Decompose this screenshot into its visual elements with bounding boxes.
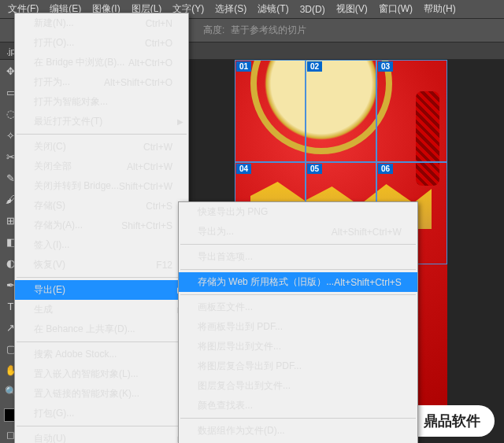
menu-item[interactable]: 打开为...Alt+Shift+Ctrl+O [15, 72, 188, 92]
menu-item-label: 存储为(A)... [34, 219, 83, 232]
slice-number: 03 [378, 61, 393, 72]
menu-item[interactable]: 置入嵌入的智能对象(L)... [15, 364, 188, 384]
menu-item: 在 Behance 上共享(D)... [15, 319, 188, 339]
submenu-arrow-icon: ▶ [177, 117, 183, 126]
menu-item-label: 签入(I)... [34, 238, 69, 252]
menu-item[interactable]: 最近打开文件(T)▶ [15, 112, 188, 131]
menu-item-label: 导出首选项... [198, 250, 253, 264]
menu-item[interactable]: 关闭(C)Ctrl+W [15, 137, 188, 157]
menu-item: 签入(I)... [15, 235, 188, 255]
menu-item-label: 图层复合导出到文件... [198, 379, 291, 393]
menu-shortcut: Ctrl+O [145, 38, 172, 49]
separator [17, 426, 187, 426]
menu-item-label: 打开为智能对象... [34, 95, 108, 109]
menu-shortcut: Ctrl+N [146, 18, 172, 29]
menu-item[interactable]: 3D(D) [300, 4, 325, 15]
menu-item[interactable]: 搜索 Adobe Stock... [15, 345, 188, 364]
menu-item[interactable]: 画板至文件... [179, 297, 417, 317]
menu-item-label: 存储(S) [34, 199, 65, 212]
separator [17, 134, 187, 135]
menu-item[interactable]: 将图层导出到文件... [179, 337, 417, 356]
menu-item[interactable]: 帮助(H) [424, 2, 456, 16]
menu-item[interactable]: 关闭并转到 Bridge...Shift+Ctrl+W [15, 176, 188, 196]
slice-number: 05 [307, 164, 322, 174]
menu-item[interactable]: 新建(N)...Ctrl+N [15, 13, 188, 33]
menu-shortcut: Ctrl+W [143, 142, 172, 153]
separator [180, 244, 416, 245]
menu-item-label: 新建(N)... [34, 17, 74, 30]
slice-box[interactable] [306, 60, 376, 162]
menu-item[interactable]: 将画板导出到 PDF... [179, 317, 417, 337]
menu-item-label: 自动(U) [34, 432, 66, 443]
menu-shortcut: Shift+Ctrl+W [119, 181, 172, 192]
menu-item[interactable]: 将图层复合导出到 PDF... [179, 356, 417, 376]
menu-item[interactable]: 打开(O)...Ctrl+O [15, 33, 188, 53]
menu-item[interactable]: 自动(U)▶ [15, 429, 188, 443]
menu-item[interactable]: 导出(E)▶ [15, 280, 188, 300]
menu-item[interactable]: 存储(S)Ctrl+S [15, 196, 188, 216]
separator [180, 294, 416, 295]
menu-item-label: 数据组作为文件(D)... [198, 424, 285, 437]
menu-item[interactable]: 存储为 Web 所用格式（旧版）...Alt+Shift+Ctrl+S [179, 272, 417, 292]
slice-box[interactable] [376, 60, 447, 162]
menu-shortcut: Alt+Ctrl+W [127, 161, 172, 172]
menu-item[interactable]: 滤镜(T) [258, 2, 288, 16]
slice-number: 04 [236, 164, 251, 174]
slice-number: 02 [307, 61, 322, 72]
menu-item[interactable]: 打开为智能对象... [15, 92, 188, 112]
watermark-text: 鼎品软件 [424, 412, 480, 430]
menu-item[interactable]: 窗口(W) [379, 2, 413, 16]
menu-item-label: 搜索 Adobe Stock... [34, 348, 117, 361]
menu-shortcut: F12 [156, 260, 172, 271]
separator [17, 341, 187, 342]
slice-label: 基于参考线的切片 [231, 24, 306, 37]
menu-shortcut: Alt+Ctrl+O [128, 57, 172, 68]
menu-item[interactable]: 生成▶ [15, 300, 188, 319]
menu-shortcut: Ctrl+S [146, 201, 172, 212]
menu-item-label: 生成 [34, 303, 53, 316]
menu-item-label: 在 Behance 上共享(D)... [34, 323, 135, 336]
menu-item-label: 导出(E) [34, 283, 65, 297]
menu-item[interactable]: 颜色查找表... [179, 396, 417, 415]
slice-number: 01 [236, 61, 251, 72]
menu-item-label: 颜色查找表... [198, 399, 253, 412]
menu-item-label: 最近打开文件(T) [34, 115, 102, 128]
menu-shortcut: Alt+Shift+Ctrl+O [104, 77, 172, 88]
menu-item-label: 将画板导出到 PDF... [198, 320, 283, 334]
menu-item-label: 将图层导出到文件... [198, 340, 281, 353]
slice-number: 06 [378, 164, 393, 174]
menu-item-label: 画板至文件... [198, 301, 253, 314]
export-submenu: 快速导出为 PNG导出为...Alt+Shift+Ctrl+W导出首选项...存… [178, 201, 418, 443]
menu-item-label: 快速导出为 PNG [198, 205, 268, 219]
menu-item[interactable]: 选择(S) [215, 2, 246, 16]
menu-item-label: 关闭并转到 Bridge... [34, 179, 119, 193]
separator [17, 277, 187, 278]
menu-item: 数据组作为文件(D)... [179, 421, 417, 441]
menu-shortcut: Alt+Shift+Ctrl+S [334, 277, 402, 288]
menu-item-label: 在 Bridge 中浏览(B)... [34, 56, 124, 69]
menu-item-label: 置入嵌入的智能对象(L)... [34, 367, 139, 381]
menu-item-label: 恢复(V) [34, 258, 65, 271]
menu-item[interactable]: 恢复(V)F12 [15, 255, 188, 275]
slice-box[interactable] [235, 60, 306, 162]
menu-item[interactable]: 快速导出为 PNG [179, 202, 417, 222]
menu-item-label: 关闭全部 [34, 160, 72, 173]
menu-item-label: 打包(G)... [34, 407, 74, 420]
menu-item[interactable]: 关闭全部Alt+Ctrl+W [15, 157, 188, 176]
menu-item[interactable]: 存储为(A)...Shift+Ctrl+S [15, 216, 188, 235]
menu-item[interactable]: 图层复合导出到文件... [179, 376, 417, 396]
menu-item-label: 置入链接的智能对象(K)... [34, 387, 139, 401]
menu-item-label: 将图层复合导出到 PDF... [198, 360, 302, 373]
menu-item[interactable]: 导出为...Alt+Shift+Ctrl+W [179, 222, 417, 242]
separator [180, 418, 416, 419]
separator [180, 269, 416, 270]
menu-item[interactable]: 在 Bridge 中浏览(B)...Alt+Ctrl+O [15, 53, 188, 72]
menu-item[interactable]: 置入链接的智能对象(K)... [15, 384, 188, 404]
menu-item-label: 导出为... [198, 225, 234, 238]
menu-item[interactable]: 视图(V) [336, 2, 368, 16]
menu-shortcut: Shift+Ctrl+S [121, 220, 172, 231]
menu-item[interactable]: 导出首选项... [179, 247, 417, 267]
menu-item-label: 关闭(C) [34, 140, 66, 153]
menu-item-label: 打开(O)... [34, 36, 74, 50]
menu-item-label: 打开为... [34, 76, 70, 89]
